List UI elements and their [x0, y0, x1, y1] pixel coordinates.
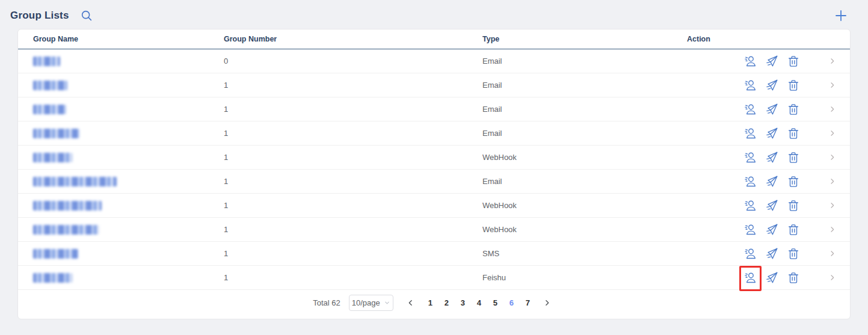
- search-button[interactable]: [80, 9, 93, 22]
- add-group-button[interactable]: [834, 8, 848, 23]
- group-name-cell: [33, 80, 224, 90]
- type-cell: Email: [482, 57, 687, 66]
- user-icon[interactable]: [743, 247, 757, 260]
- send-icon[interactable]: [765, 223, 778, 236]
- action-icons: [743, 223, 800, 236]
- group-number-cell: 0: [224, 57, 482, 66]
- page-number-button[interactable]: 5: [487, 295, 503, 310]
- expand-row-button[interactable]: [828, 273, 837, 282]
- trash-icon[interactable]: [787, 223, 800, 236]
- send-icon[interactable]: [765, 55, 778, 68]
- group-name-cell: [33, 152, 224, 162]
- group-number-cell: 1: [224, 153, 482, 162]
- user-icon[interactable]: [743, 55, 757, 68]
- expand-row-button[interactable]: [828, 177, 837, 186]
- expand-row-button[interactable]: [828, 81, 837, 90]
- group-name-cell: [33, 272, 224, 283]
- action-cell: [687, 223, 850, 236]
- type-cell: WebHook: [482, 201, 687, 210]
- user-icon[interactable]: [743, 103, 757, 116]
- trash-icon[interactable]: [787, 79, 800, 92]
- group-name-redacted[interactable]: [33, 225, 99, 235]
- prev-page-button[interactable]: [403, 295, 419, 310]
- group-name-redacted[interactable]: [33, 105, 66, 114]
- expand-row-button[interactable]: [828, 129, 837, 138]
- user-icon[interactable]: [743, 271, 757, 284]
- page-number-button[interactable]: 1: [422, 295, 439, 310]
- send-icon[interactable]: [765, 127, 778, 140]
- expand-row-button[interactable]: [828, 57, 837, 66]
- group-number-cell: 1: [224, 81, 482, 90]
- expand-row-button[interactable]: [828, 105, 837, 114]
- action-cell: [687, 271, 850, 284]
- table-row: 1 Feishu: [18, 266, 850, 290]
- group-name-redacted[interactable]: [33, 57, 60, 66]
- user-icon[interactable]: [743, 127, 757, 140]
- user-icon[interactable]: [743, 151, 757, 164]
- expand-row-button[interactable]: [828, 225, 837, 234]
- user-icon[interactable]: [743, 199, 757, 212]
- page-number-button[interactable]: 6: [503, 295, 520, 310]
- table-row: 1 WebHook: [18, 194, 850, 218]
- action-icons: [743, 247, 800, 260]
- group-number-cell: 1: [224, 177, 482, 186]
- group-name-redacted[interactable]: [33, 249, 78, 259]
- chevron-left-icon: [407, 299, 414, 307]
- user-icon[interactable]: [743, 175, 757, 188]
- table-body: 0 Email: [18, 49, 850, 290]
- user-icon[interactable]: [743, 223, 757, 236]
- page-number-button[interactable]: 7: [520, 295, 536, 310]
- chevron-right-icon: [828, 81, 837, 90]
- type-cell: Email: [482, 81, 687, 90]
- page-size-select[interactable]: 10/page: [349, 295, 393, 311]
- action-cell: [687, 103, 850, 116]
- trash-icon[interactable]: [787, 151, 800, 164]
- action-cell: [687, 175, 850, 188]
- type-cell: Email: [482, 177, 687, 186]
- page-number-button[interactable]: 3: [455, 295, 471, 310]
- action-icons: [743, 55, 800, 68]
- trash-icon[interactable]: [787, 199, 800, 212]
- send-icon[interactable]: [765, 79, 778, 92]
- expand-row-button[interactable]: [828, 201, 837, 210]
- send-icon[interactable]: [765, 271, 778, 284]
- page-number-button[interactable]: 4: [471, 295, 487, 310]
- table-row: 1 WebHook: [18, 146, 850, 170]
- group-name-redacted[interactable]: [33, 273, 72, 283]
- page-size-value: 10/page: [352, 298, 380, 307]
- table-row: 1 Email: [18, 73, 850, 97]
- send-icon[interactable]: [765, 247, 778, 260]
- group-name-redacted[interactable]: [33, 129, 79, 138]
- group-name-redacted[interactable]: [33, 177, 117, 186]
- trash-icon[interactable]: [787, 271, 800, 284]
- type-cell: SMS: [482, 249, 687, 258]
- send-icon[interactable]: [765, 175, 778, 188]
- action-icons: [743, 199, 800, 212]
- action-cell: [687, 247, 850, 260]
- search-icon: [80, 9, 93, 22]
- send-icon[interactable]: [765, 199, 778, 212]
- group-name-redacted[interactable]: [33, 81, 67, 90]
- user-icon[interactable]: [743, 79, 757, 92]
- trash-icon[interactable]: [787, 247, 800, 260]
- action-cell: [687, 79, 850, 92]
- table-row: 1 SMS: [18, 242, 850, 266]
- trash-icon[interactable]: [787, 175, 800, 188]
- trash-icon[interactable]: [787, 127, 800, 140]
- group-number-cell: 1: [224, 225, 482, 234]
- group-list-card: Group Name Group Number Type Action 0 Em…: [17, 29, 851, 319]
- chevron-right-icon: [828, 153, 837, 162]
- group-name-redacted[interactable]: [33, 201, 102, 211]
- page-number-button[interactable]: 2: [439, 295, 455, 310]
- group-name-redacted[interactable]: [33, 153, 72, 162]
- send-icon[interactable]: [765, 151, 778, 164]
- expand-row-button[interactable]: [828, 153, 837, 162]
- column-header-type: Type: [482, 35, 687, 43]
- group-number-cell: 1: [224, 273, 482, 282]
- send-icon[interactable]: [765, 103, 778, 116]
- trash-icon[interactable]: [787, 55, 800, 68]
- group-name-cell: [33, 200, 224, 211]
- trash-icon[interactable]: [787, 103, 800, 116]
- next-page-button[interactable]: [540, 295, 555, 310]
- expand-row-button[interactable]: [828, 249, 837, 258]
